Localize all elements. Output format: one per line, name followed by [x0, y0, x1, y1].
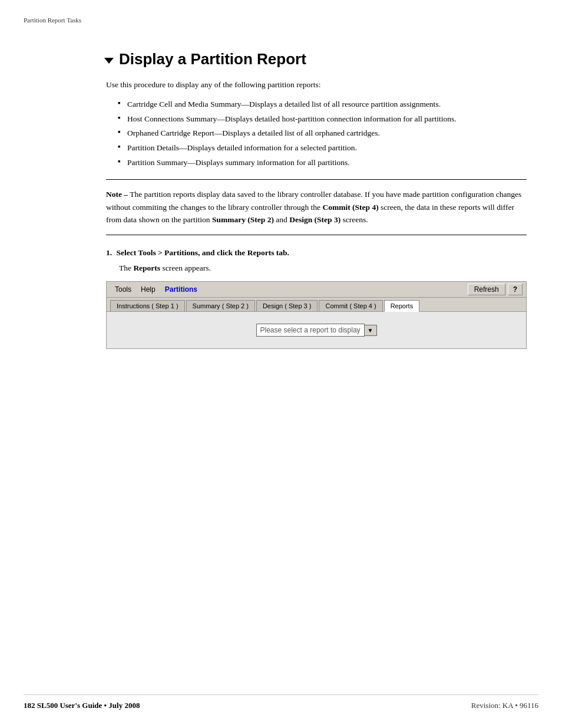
intro-text: Use this procedure to display any of the… — [106, 79, 527, 91]
tab-reports[interactable]: Reports — [384, 300, 420, 312]
footer-left: 182 SL500 User's Guide • July 2008 — [24, 701, 140, 710]
breadcrumb-text: Partition Report Tasks — [24, 17, 81, 24]
note-box: Note – The partition reports display dat… — [106, 179, 527, 235]
help-button[interactable]: ? — [508, 284, 523, 295]
list-item: Orphaned Cartridge Report—Displays a det… — [118, 127, 527, 140]
ui-content-area: Please select a report to display ▼ — [107, 312, 526, 348]
menu-tools[interactable]: Tools — [110, 284, 136, 295]
note-bold1: Commit (Step 4) — [322, 203, 378, 212]
step-heading: 1. Select Tools > Partitions, and click … — [106, 248, 527, 258]
step-heading-text: Select Tools > Partitions, and click the… — [117, 248, 289, 257]
tab-summary[interactable]: Summary ( Step 2 ) — [186, 300, 255, 311]
main-content: Display a Partition Report Use this proc… — [106, 18, 527, 349]
reports-label: Reports — [133, 263, 160, 272]
step-number: 1. — [106, 248, 112, 257]
list-item: Cartridge Cell and Media Summary—Display… — [118, 98, 527, 111]
list-item: Partition Details—Displays detailed info… — [118, 141, 527, 154]
note-label: Note – — [106, 190, 128, 199]
step-section: 1. Select Tools > Partitions, and click … — [106, 248, 527, 349]
note-bold2: Summary (Step 2) — [212, 215, 274, 224]
report-select-container: Please select a report to display ▼ — [256, 324, 377, 337]
footer: 182 SL500 User's Guide • July 2008 Revis… — [24, 694, 538, 710]
menubar-right: Refresh ? — [468, 284, 523, 295]
report-select[interactable]: Please select a report to display — [256, 324, 365, 337]
breadcrumb: Partition Report Tasks — [24, 17, 81, 24]
refresh-button[interactable]: Refresh — [468, 284, 505, 295]
menu-help[interactable]: Help — [136, 284, 160, 295]
tab-bar: Instructions ( Step 1 ) Summary ( Step 2… — [107, 298, 526, 312]
ui-screenshot: Tools Help Partitions Refresh ? Instruct… — [106, 281, 527, 349]
menu-partitions[interactable]: Partitions — [160, 284, 202, 295]
tab-design[interactable]: Design ( Step 3 ) — [256, 300, 318, 311]
select-dropdown-arrow[interactable]: ▼ — [365, 325, 377, 336]
step-body: The Reports screen appears. — [119, 263, 527, 273]
section-title: Display a Partition Report — [106, 50, 527, 68]
footer-right: Revision: KA • 96116 — [471, 701, 538, 710]
triangle-icon — [104, 58, 114, 64]
list-item: Host Connections Summary—Displays detail… — [118, 113, 527, 126]
tab-commit[interactable]: Commit ( Step 4 ) — [319, 300, 382, 311]
ui-menubar: Tools Help Partitions Refresh ? — [107, 282, 526, 298]
page-container: Partition Report Tasks Display a Partiti… — [0, 0, 562, 728]
note-bold3: Design (Step 3) — [289, 215, 340, 224]
bullet-list: Cartridge Cell and Media Summary—Display… — [118, 98, 527, 169]
tab-instructions[interactable]: Instructions ( Step 1 ) — [110, 300, 185, 311]
list-item: Partition Summary—Displays summary infor… — [118, 156, 527, 169]
page-title: Display a Partition Report — [119, 50, 306, 68]
intro-paragraph: Use this procedure to display any of the… — [106, 80, 320, 89]
